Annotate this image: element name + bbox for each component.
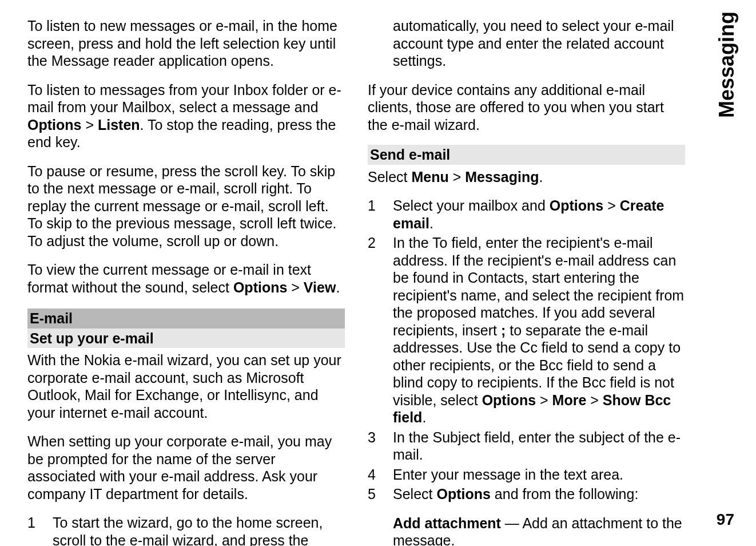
definition-item: Add attachment — Add an attachment to th… (393, 515, 685, 547)
left-column: To listen to new messages or e-mail, in … (27, 17, 345, 535)
body-text: Select (393, 486, 436, 502)
body-text: Select Menu > Messaging. (368, 168, 685, 186)
page-number: 97 (717, 511, 734, 529)
sub-header-setup: Set up your e-mail (27, 329, 345, 349)
body-text: and from the following: (491, 486, 638, 502)
separator: > (586, 392, 603, 408)
separator: > (287, 279, 304, 295)
ui-label-options: Options (27, 117, 81, 133)
body-text: . (422, 409, 426, 425)
sub-header-send: Send e-mail (368, 145, 685, 165)
ui-label-options: Options (233, 279, 287, 295)
setup-steps: To start the wizard, go to the home scre… (27, 514, 345, 546)
side-tab: Messaging (715, 11, 739, 118)
ui-label-listen: Listen (98, 117, 140, 133)
body-text: . (429, 215, 433, 231)
body-text: When setting up your corporate e-mail, y… (27, 433, 345, 503)
body-text: Select (368, 169, 411, 185)
ui-label-options: Options (550, 197, 603, 213)
list-item: Enter your message in the text area. (368, 466, 685, 484)
ui-label-options: Options (482, 392, 536, 408)
continuation-text: automatically, you need to select your e… (368, 17, 685, 70)
send-steps: Select your mailbox and Options > Create… (368, 197, 685, 503)
ui-label-more: More (552, 392, 587, 408)
separator: > (449, 169, 465, 185)
list-item: In the Subject field, enter the subject … (368, 429, 685, 464)
body-text: If your device contains any additional e… (368, 81, 685, 134)
body-text: To listen to messages from your Inbox fo… (27, 82, 341, 116)
page: To listen to new messages or e-mail, in … (0, 0, 756, 546)
body-text: To listen to messages from your Inbox fo… (27, 81, 345, 151)
body-text: To listen to new messages or e-mail, in … (27, 17, 345, 70)
separator: > (536, 392, 552, 408)
list-item: To start the wizard, go to the home scre… (27, 514, 345, 546)
section-header-email: E-mail (27, 308, 345, 329)
body-text: To pause or resume, press the scroll key… (27, 163, 345, 250)
term-add-attachment: Add attachment (393, 515, 501, 531)
body-text: Select your mailbox and (393, 197, 550, 213)
separator: > (603, 197, 620, 213)
body-text: . (539, 169, 543, 185)
definitions: Add attachment — Add an attachment to th… (368, 515, 685, 547)
ui-label-messaging: Messaging (465, 169, 539, 185)
columns: To listen to new messages or e-mail, in … (27, 17, 735, 535)
ui-label-menu: Menu (411, 169, 448, 185)
ui-label-options: Options (436, 486, 490, 502)
body-text: With the Nokia e-mail wizard, you can se… (27, 351, 345, 421)
body-text: . (336, 279, 340, 295)
body-text: To view the current message or e-mail in… (27, 261, 345, 296)
right-column: automatically, you need to select your e… (368, 17, 735, 535)
ui-label-view: View (304, 279, 336, 295)
list-item: Select Options and from the following: (368, 485, 685, 503)
separator: > (81, 117, 98, 133)
list-item: In the To field, enter the recipient's e… (368, 234, 685, 426)
list-item: Select your mailbox and Options > Create… (368, 197, 685, 232)
